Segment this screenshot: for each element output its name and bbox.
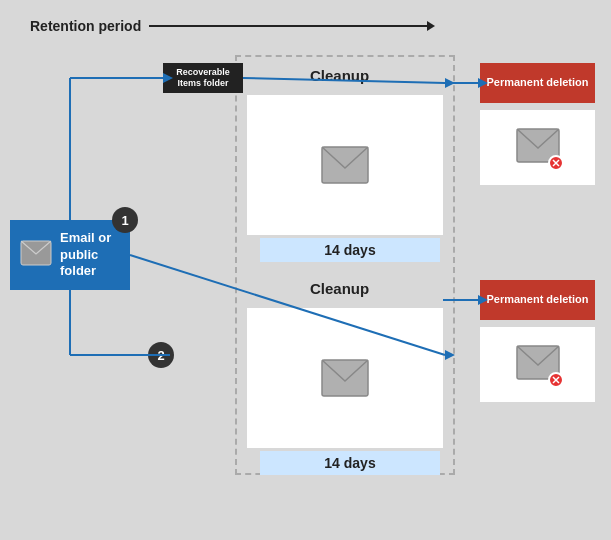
permanent-deletion-label-top: Permanent deletion — [486, 76, 588, 89]
arrow-line — [149, 25, 429, 27]
source-label: Email or public folder — [60, 230, 120, 281]
perm-icon-box-top — [480, 110, 595, 185]
permanent-deletion-box-bottom: Permanent deletion — [480, 280, 595, 320]
retention-label: Retention period — [30, 18, 141, 34]
recoverable-items-label: Recoverable Items folder — [168, 67, 238, 89]
permanent-deletion-label-bottom: Permanent deletion — [486, 293, 588, 306]
envelope-icon-panel-bottom — [321, 359, 369, 397]
perm-icon-box-bottom — [480, 327, 595, 402]
envelope-icon-panel-top — [321, 146, 369, 184]
cleanup-label-top: Cleanup — [310, 67, 369, 84]
days-label-top: 14 days — [260, 238, 440, 262]
retention-bar: Retention period — [30, 18, 429, 34]
step-badge-2: 2 — [148, 342, 174, 368]
recoverable-items-box: Recoverable Items folder — [163, 63, 243, 93]
step-badge-1: 1 — [112, 207, 138, 233]
permanent-deletion-box-top: Permanent deletion — [480, 63, 595, 103]
cleanup-label-bottom: Cleanup — [310, 280, 369, 297]
days-label-bottom: 14 days — [260, 451, 440, 475]
panel-bottom — [247, 308, 443, 448]
retention-arrow — [149, 25, 429, 27]
source-box: Email or public folder — [10, 220, 130, 290]
panel-top — [247, 95, 443, 235]
diagram-container: Retention period Cleanup Cleanup 14 days — [0, 0, 611, 540]
source-envelope-icon — [20, 240, 52, 270]
